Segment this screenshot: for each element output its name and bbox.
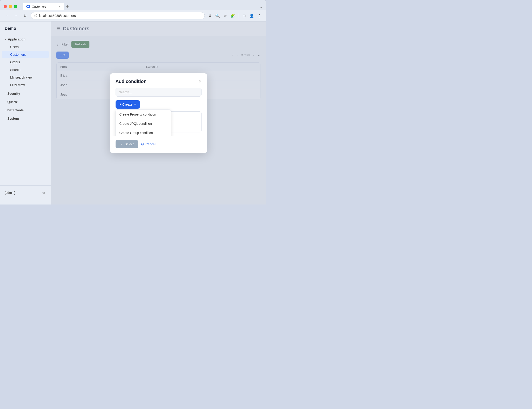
sidebar-user-label: [admin]: [5, 191, 15, 195]
create-jpql-condition-item[interactable]: Create JPQL condition: [116, 119, 171, 128]
sidebar-section-label-system: System: [7, 117, 19, 121]
chevron-down-icon: ▾: [5, 38, 6, 41]
caret-down-icon: ▾: [134, 103, 136, 106]
sidebar-section-label-quartz: Quartz: [7, 100, 18, 104]
sidebar-item-search[interactable]: Search: [2, 66, 49, 74]
minimize-traffic-light[interactable]: [9, 5, 12, 8]
modal-body: + Create ▾ Create Property condition Cre…: [110, 88, 207, 136]
modal-title: Add condition: [116, 79, 147, 84]
lock-icon: ⓘ: [34, 14, 37, 18]
back-button[interactable]: ←: [4, 13, 10, 19]
sidebar-item-orders[interactable]: Orders: [2, 58, 49, 66]
sidebar-section-quartz: › Quartz: [0, 98, 51, 106]
select-button[interactable]: ✓ Select: [116, 140, 139, 148]
sidebar-logo: Demo: [0, 26, 51, 36]
bookmark-icon[interactable]: ☆: [223, 13, 228, 19]
forward-button[interactable]: →: [13, 13, 19, 19]
create-button[interactable]: + Create ▾: [116, 100, 140, 109]
cancel-btn-label: Cancel: [145, 142, 156, 146]
sidebar: Demo ▾ Application Users Customers Order…: [0, 21, 51, 204]
chevron-right-icon-quartz: ›: [5, 101, 6, 103]
select-btn-label: Select: [125, 142, 134, 146]
create-dropdown-menu: Create Property condition Create JPQL co…: [116, 110, 171, 136]
tab-favicon: [26, 5, 30, 8]
new-tab-button[interactable]: +: [66, 4, 69, 9]
traffic-lights: [4, 5, 17, 8]
refresh-button[interactable]: ↻: [22, 13, 28, 19]
split-view-icon[interactable]: ⊟: [242, 13, 247, 19]
condition-search-input[interactable]: [116, 88, 202, 97]
url-text: localhost:8080/customers: [39, 14, 76, 18]
sidebar-section-data-tools: › Data Tools: [0, 107, 51, 114]
sidebar-section-label-security: Security: [7, 92, 20, 95]
toolbar-icons: ⬇ 🔍 ☆ 🧩 ⊟ 👤 ⋮: [207, 13, 262, 19]
tab-close-button[interactable]: ×: [59, 5, 61, 8]
tab-title: Customers: [32, 5, 47, 8]
modal-footer: ✓ Select ⊘ Cancel: [110, 136, 207, 153]
cancel-button[interactable]: ⊘ Cancel: [141, 142, 156, 146]
sidebar-item-users[interactable]: Users: [2, 43, 49, 51]
sidebar-section-header-system[interactable]: › System: [0, 115, 51, 122]
toolbar-separator: [239, 13, 239, 18]
sidebar-section-application: ▾ Application Users Customers Orders Sea…: [0, 36, 51, 89]
modal-header: Add condition ×: [110, 73, 207, 88]
create-dropdown: + Create ▾ Create Property condition Cre…: [116, 100, 202, 109]
app-container: Demo ▾ Application Users Customers Order…: [0, 21, 266, 204]
logout-button[interactable]: ⇥: [41, 189, 46, 196]
create-group-condition-item[interactable]: Create Group condition: [116, 128, 171, 136]
sidebar-footer: [admin] ⇥: [0, 185, 51, 200]
sidebar-item-customers[interactable]: Customers: [2, 51, 49, 58]
sidebar-section-header-quartz[interactable]: › Quartz: [0, 98, 51, 106]
download-icon[interactable]: ⬇: [207, 13, 212, 19]
sidebar-section-header-data-tools[interactable]: › Data Tools: [0, 107, 51, 114]
create-btn-label: + Create: [120, 102, 133, 106]
cancel-icon: ⊘: [141, 142, 144, 146]
menu-icon[interactable]: ⋮: [257, 13, 262, 19]
sidebar-section-header-security[interactable]: › Security: [0, 90, 51, 97]
zoom-icon[interactable]: 🔍: [214, 13, 221, 19]
check-icon: ✓: [120, 142, 123, 146]
sidebar-section-system: › System: [0, 115, 51, 122]
expand-tabs-icon[interactable]: ⌄: [259, 5, 262, 9]
maximize-traffic-light[interactable]: [14, 5, 17, 8]
active-tab[interactable]: Customers ×: [23, 3, 64, 10]
chevron-right-icon-system: ›: [5, 117, 6, 120]
sidebar-section-header-application[interactable]: ▾ Application: [0, 36, 51, 43]
extensions-icon[interactable]: 🧩: [230, 13, 236, 19]
sidebar-section-label: Application: [8, 37, 25, 41]
sidebar-section-label-data-tools: Data Tools: [7, 108, 24, 112]
main-area: ☰ Customers ∨ Filter Refresh + C « ‹ 3 r…: [51, 21, 266, 204]
create-property-condition-item[interactable]: Create Property condition: [116, 110, 171, 119]
modal-close-button[interactable]: ×: [199, 79, 202, 84]
chevron-right-icon-data-tools: ›: [5, 109, 6, 112]
sidebar-section-security: › Security: [0, 90, 51, 97]
profile-icon[interactable]: 👤: [248, 13, 255, 19]
sidebar-item-my-search-view[interactable]: My search view: [2, 74, 49, 81]
sidebar-item-filter-view[interactable]: Filter view: [2, 81, 49, 89]
address-bar[interactable]: ⓘ localhost:8080/customers: [31, 12, 205, 19]
close-traffic-light[interactable]: [4, 5, 7, 8]
modal-overlay: Add condition × + Create ▾ Creat: [51, 21, 266, 204]
browser-toolbar: ← → ↻ ⓘ localhost:8080/customers ⬇ 🔍 ☆ 🧩…: [0, 10, 266, 21]
add-condition-modal: Add condition × + Create ▾ Creat: [110, 73, 207, 153]
tab-bar: Customers × + ⌄: [23, 3, 262, 10]
chevron-right-icon: ›: [5, 92, 6, 95]
